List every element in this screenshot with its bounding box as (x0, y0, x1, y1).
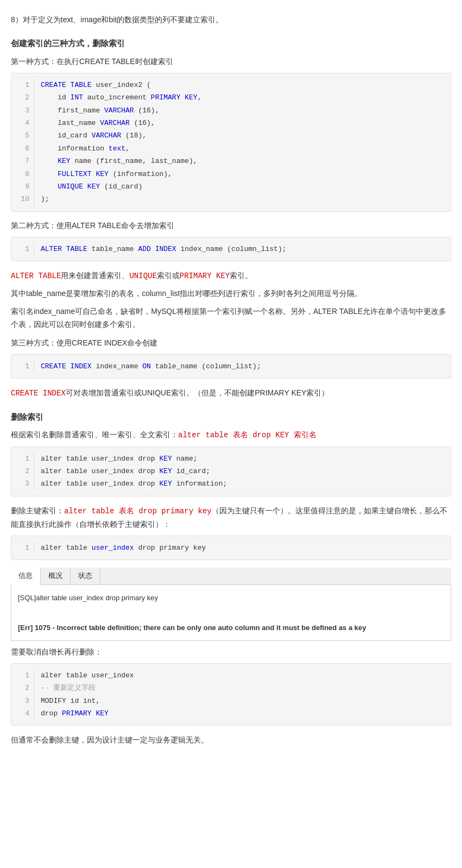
tab-信息[interactable]: 信息 (11, 568, 41, 585)
method1-label: 第一种方式：在执行CREATE TABLE时创建索引 (11, 55, 451, 68)
code-block-6: 1alter table user_index2-- 重新定义字段3MODIFY… (11, 663, 451, 726)
inline-note-2: CREATE INDEX可对表增加普通索引或UNIQUE索引。（但是，不能创建P… (11, 386, 451, 400)
para2: 索引名index_name可自己命名，缺省时，MySQL将根据第一个索引列赋一个… (11, 305, 451, 331)
tab-状态[interactable]: 状态 (71, 568, 100, 584)
delete-para2: 删除主键索引：alter table 表名 drop primary key（因… (11, 504, 451, 531)
delete-para1: 根据索引名删除普通索引、唯一索引、全文索引：alter table 表名 dro… (11, 428, 451, 442)
method3-label: 第三种方式：使用CREATE INDEX命令创建 (11, 337, 451, 350)
delete-para3: 需要取消自增长再行删除： (11, 645, 451, 659)
section2: 删除索引 根据索引名删除普通索引、唯一索引、全文索引：alter table 表… (11, 410, 451, 747)
intro-note: 8）对于定义为text、image和bit的数据类型的列不要建立索引。 (11, 13, 451, 27)
error-content: [SQL]alter table user_index drop primary… (11, 585, 451, 641)
tab-bar: 信息概况状态 (11, 568, 451, 585)
section1-title: 创建索引的三种方式，删除索引 (11, 36, 451, 51)
code-block-1: 1CREATE TABLE user_index2 (2 id INT auto… (11, 73, 451, 212)
tab-概况[interactable]: 概况 (41, 568, 71, 584)
section2-title: 删除索引 (11, 410, 451, 424)
para1: 其中table_name是要增加索引的表名，column_list指出对哪些列进… (11, 287, 451, 300)
code-block-3: 1CREATE INDEX index_name ON table_name (… (11, 354, 451, 379)
code-block-5: 1alter table user_index drop primary key (11, 536, 451, 560)
method2-label: 第二种方式：使用ALTER TABLE命令去增加索引 (11, 219, 451, 232)
inline-note-1: ALTER TABLE用来创建普通索引、UNIQUE索引或PRIMARY KEY… (11, 269, 451, 283)
error-tabs-container: 信息概况状态 [SQL]alter table user_index drop … (11, 568, 451, 641)
error-line-0: [SQL]alter table user_index drop primary… (18, 592, 444, 604)
section1: 创建索引的三种方式，删除索引 第一种方式：在执行CREATE TABLE时创建索… (11, 36, 451, 400)
error-line-2: [Err] 1075 - Incorrect table definition;… (18, 621, 444, 634)
code-block-4: 1alter table user_index drop KEY name;2a… (11, 446, 451, 496)
code-block-2: 1ALTER TABLE table_name ADD INDEX index_… (11, 237, 451, 261)
delete-para4: 但通常不会删除主键，因为设计主键一定与业务逻辑无关。 (11, 733, 451, 747)
